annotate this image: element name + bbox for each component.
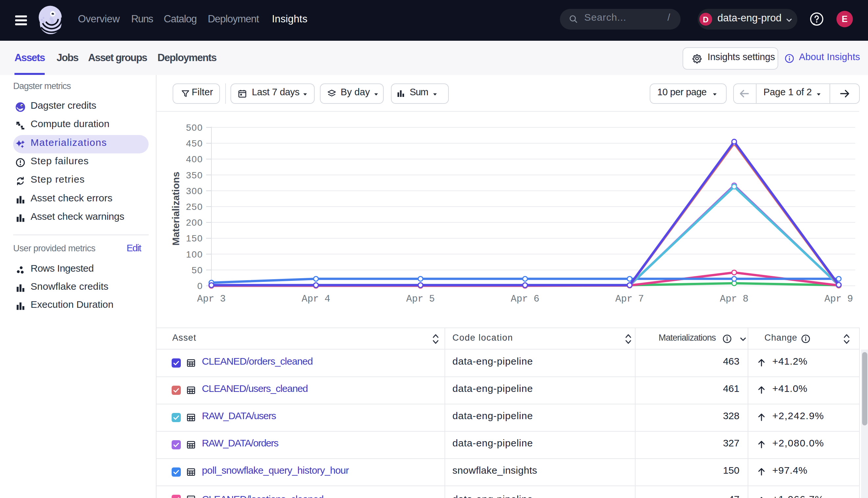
- svg-text:0: 0: [197, 281, 203, 291]
- svg-text:350: 350: [186, 170, 203, 180]
- svg-text:500: 500: [186, 122, 203, 133]
- svg-text:Apr 3: Apr 3: [197, 294, 226, 304]
- svg-text:450: 450: [186, 138, 203, 148]
- svg-text:150: 150: [186, 233, 203, 244]
- svg-text:200: 200: [186, 218, 203, 228]
- svg-text:250: 250: [186, 202, 203, 212]
- svg-text:100: 100: [186, 249, 203, 260]
- svg-text:300: 300: [186, 186, 203, 196]
- svg-text:Apr 4: Apr 4: [302, 294, 330, 304]
- svg-text:Apr 8: Apr 8: [720, 294, 748, 304]
- svg-text:Apr 5: Apr 5: [406, 294, 435, 304]
- svg-text:50: 50: [192, 265, 203, 275]
- svg-text:Apr 7: Apr 7: [615, 294, 644, 304]
- svg-text:Materializations: Materializations: [170, 171, 181, 245]
- svg-text:Apr 9: Apr 9: [824, 294, 853, 304]
- svg-text:400: 400: [186, 154, 203, 164]
- svg-text:Apr 6: Apr 6: [511, 294, 539, 304]
